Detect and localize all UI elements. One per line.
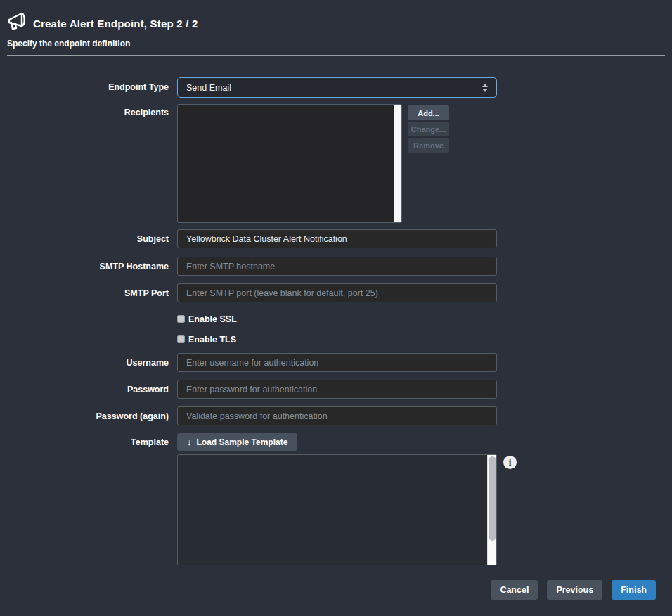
load-sample-template-button[interactable]: ↓ Load Sample Template bbox=[177, 433, 297, 451]
template-scrollbar-track[interactable] bbox=[487, 455, 496, 565]
page-title: Create Alert Endpoint, Step 2 / 2 bbox=[33, 18, 198, 30]
password-again-input[interactable] bbox=[177, 406, 497, 425]
username-input[interactable] bbox=[177, 353, 497, 372]
updown-stepper-icon bbox=[482, 84, 488, 92]
smtp-hostname-input[interactable] bbox=[177, 257, 497, 276]
change-recipient-button: Change... bbox=[408, 122, 449, 136]
recipients-label: Recipients bbox=[0, 108, 169, 118]
enable-tls-label: Enable TLS bbox=[188, 335, 236, 345]
username-label: Username bbox=[0, 358, 169, 368]
smtp-port-input[interactable] bbox=[177, 283, 497, 302]
remove-recipient-button: Remove bbox=[408, 138, 449, 153]
password-again-label: Password (again) bbox=[0, 411, 169, 422]
previous-button[interactable]: Previous bbox=[547, 580, 602, 600]
template-label: Template bbox=[0, 437, 169, 448]
endpoint-type-selected-value: Send Email bbox=[186, 83, 231, 93]
recipients-listbox[interactable] bbox=[177, 104, 402, 223]
download-arrow-icon: ↓ bbox=[187, 437, 192, 447]
smtp-hostname-label: SMTP Hostname bbox=[0, 262, 169, 272]
dialog-footer: Cancel Previous Finish bbox=[491, 580, 656, 600]
password-label: Password bbox=[0, 385, 169, 395]
subject-label: Subject bbox=[0, 234, 169, 245]
enable-ssl-label: Enable SSL bbox=[188, 315, 237, 324]
template-scrollbar-thumb[interactable] bbox=[489, 456, 496, 541]
header-divider bbox=[7, 55, 665, 56]
subject-input[interactable] bbox=[177, 229, 497, 248]
password-input[interactable] bbox=[177, 380, 497, 399]
add-recipient-button[interactable]: Add... bbox=[408, 105, 449, 120]
load-sample-template-button-label: Load Sample Template bbox=[197, 437, 288, 447]
template-textarea[interactable] bbox=[177, 454, 497, 565]
enable-tls-checkbox[interactable] bbox=[177, 335, 185, 343]
create-alert-endpoint-dialog: Create Alert Endpoint, Step 2 / 2 Specif… bbox=[0, 0, 672, 616]
endpoint-type-select[interactable]: Send Email bbox=[177, 77, 497, 98]
cancel-button[interactable]: Cancel bbox=[491, 580, 538, 600]
finish-button[interactable]: Finish bbox=[612, 580, 656, 600]
page-subtitle: Specify the endpoint definition bbox=[7, 39, 130, 49]
endpoint-type-label: Endpoint Type bbox=[0, 82, 169, 93]
recipients-scrollbar[interactable] bbox=[394, 105, 401, 222]
info-circle-icon[interactable]: i bbox=[503, 456, 517, 469]
smtp-port-label: SMTP Port bbox=[0, 288, 169, 299]
enable-ssl-checkbox[interactable] bbox=[177, 315, 185, 323]
megaphone-icon bbox=[7, 11, 30, 32]
